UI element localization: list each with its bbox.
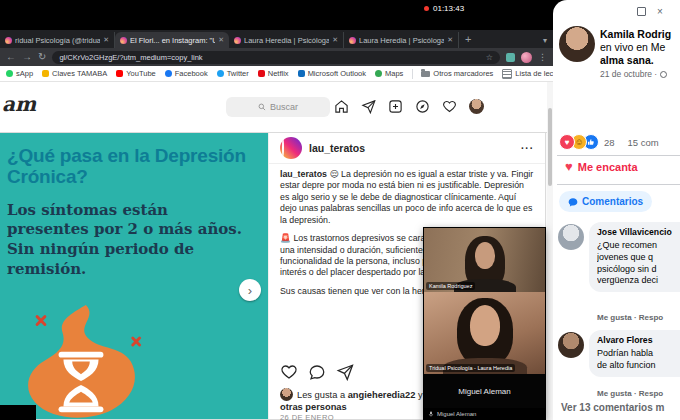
comments-tab-button[interactable]: Comentarios	[559, 191, 652, 212]
reaction-count[interactable]: 28	[604, 137, 615, 148]
hourglass-illustration	[6, 301, 156, 419]
window-restore-icon[interactable]	[637, 7, 646, 16]
youtube-favicon-icon	[116, 70, 123, 77]
commenter-avatar[interactable]	[558, 332, 584, 358]
instagram-favicon-icon	[234, 37, 241, 44]
close-tab-icon[interactable]: ✕	[103, 36, 109, 44]
poster-avatar[interactable]	[280, 137, 302, 159]
new-post-icon[interactable]	[388, 99, 403, 114]
browser-tab-strip: ridual Psicología (@tridual ✕ El Flori..…	[0, 30, 553, 48]
post-image-slide[interactable]: ¿Qué pasa en la Depresión Crónica? Los s…	[0, 133, 268, 419]
video-call-window[interactable]: Kamila Rodriguez Tridual Psicología - La…	[424, 228, 545, 420]
instagram-favicon-icon	[5, 37, 12, 44]
comment-icon[interactable]	[308, 363, 326, 385]
forward-icon[interactable]: →	[22, 52, 32, 62]
participant-name-label: Kamila Rodriguez	[426, 282, 475, 290]
poster-username[interactable]: lau_teratos	[309, 142, 365, 154]
profile-avatar[interactable]	[469, 99, 484, 114]
live-page-name[interactable]: alma sana.	[600, 54, 654, 66]
search-input[interactable]: Buscar	[226, 97, 330, 117]
bookmark-twitter[interactable]: Twitter	[217, 69, 249, 78]
comment-count[interactable]: 15 com	[628, 137, 659, 148]
like-heart-icon[interactable]	[280, 363, 298, 385]
video-feed-kamila[interactable]: Kamila Rodriguez	[424, 228, 545, 292]
bookmark-outlook[interactable]: Microsoft Outlook	[298, 69, 366, 78]
browser-tab-2-active[interactable]: El Flori... en Instagram: "Un ✕	[115, 32, 229, 48]
public-globe-icon	[660, 71, 667, 78]
home-icon[interactable]	[334, 99, 349, 114]
instagram-favicon-icon	[349, 37, 356, 44]
browser-menu-kebab-icon[interactable]: ⋮	[538, 52, 547, 62]
bookmark-maps[interactable]: Maps	[375, 69, 403, 78]
browser-tab-1[interactable]: ridual Psicología (@tridual ✕	[0, 32, 115, 48]
video-feed-camera-off[interactable]: Miguel Aleman	[424, 374, 545, 408]
liker-username[interactable]: angieheredia22	[348, 390, 416, 400]
liker-avatar[interactable]	[280, 388, 293, 401]
activity-heart-icon[interactable]	[442, 99, 457, 114]
see-more-comments-link[interactable]: Ver 13 comentarios m	[561, 402, 664, 413]
browser-address-bar: ← → ↻ gl/CKrVo2GHzgE/?utm_medium=copy_li…	[0, 48, 553, 66]
mic-icon[interactable]	[428, 411, 434, 417]
twitter-favicon-icon	[217, 70, 224, 77]
caption-username[interactable]: lau_teratos	[280, 169, 327, 179]
messenger-icon[interactable]	[361, 99, 376, 114]
search-icon	[258, 103, 266, 111]
participant-name-label: Miguel Aleman	[458, 387, 510, 396]
likes-line: Les gusta a angieheredia22 y otras perso…	[280, 388, 440, 413]
close-tab-icon[interactable]: ✕	[447, 36, 453, 44]
love-action-button[interactable]: ♥ Me encanta	[565, 161, 638, 173]
bookmark-youtube[interactable]: YouTube	[116, 69, 155, 78]
comment-bubble[interactable]: Alvaro Flores Podrían habla de alto func…	[589, 330, 680, 377]
url-text: gl/CKrVo2GHzgE/?utm_medium=copy_link	[59, 53, 481, 62]
reading-list-icon	[502, 69, 512, 79]
commenter-name[interactable]: Jose Villavicencio	[597, 227, 680, 239]
commenter-name[interactable]: Alvaro Flores	[597, 335, 680, 347]
close-tab-icon[interactable]: ✕	[332, 36, 338, 44]
bookmark-netflix[interactable]: Netflix	[258, 69, 289, 78]
bookmark-star-icon[interactable]: ☆	[486, 53, 493, 62]
comment-actions[interactable]: Me gusta · Respo	[597, 389, 663, 398]
tab-search-chevron-icon[interactable]: ▾	[543, 36, 547, 45]
new-tab-button[interactable]: +	[465, 32, 471, 46]
reload-icon[interactable]: ↻	[38, 52, 46, 62]
tab-title: Laura Heredia | Psicóloga en	[244, 36, 329, 45]
post-timestamp: 26 DE ENERO	[280, 413, 334, 420]
live-host-avatar[interactable]	[559, 26, 595, 62]
bookmark-claves-tamaba[interactable]: Claves TAMABA	[42, 69, 107, 78]
bookmark-facebook[interactable]: Facebook	[165, 69, 208, 78]
extensions-icon[interactable]	[506, 53, 515, 62]
instagram-logo[interactable]: am	[2, 92, 36, 116]
recording-time-text: 01:13:43	[433, 4, 464, 13]
recording-dot-icon	[424, 6, 429, 11]
facebook-panel: × Kamila Rodrig en vivo en Me alma sana.…	[553, 0, 680, 420]
tab-title: Laura Heredia | Psicóloga en	[359, 36, 444, 45]
browser-profile-avatar[interactable]	[521, 52, 532, 63]
more-options-icon[interactable]: ···	[521, 143, 534, 154]
facebook-favicon-icon	[165, 70, 172, 77]
close-tab-icon[interactable]: ✕	[218, 36, 224, 44]
bookmark-whatsapp[interactable]: sApp	[6, 69, 33, 78]
share-icon[interactable]	[336, 363, 354, 385]
live-host-name[interactable]: Kamila Rodrig	[600, 28, 671, 40]
commenter-avatar[interactable]	[558, 224, 584, 250]
carousel-next-button[interactable]: ›	[239, 279, 261, 301]
reactions-summary[interactable]: ♥ ☺ 28 15 com	[559, 134, 680, 150]
browser-tab-4[interactable]: Laura Heredia | Psicóloga en ✕	[344, 32, 459, 48]
comment-actions[interactable]: Me gusta · Respo	[597, 313, 663, 322]
instagram-nav-icons	[334, 99, 484, 114]
other-likers[interactable]: otras personas	[280, 402, 347, 412]
back-icon[interactable]: ←	[6, 52, 16, 62]
divider	[557, 155, 680, 156]
omnibox[interactable]: gl/CKrVo2GHzgE/?utm_medium=copy_link ☆	[52, 51, 500, 64]
video-feed-laura[interactable]: Tridual Psicología - Laura Heredia	[424, 292, 545, 374]
browser-tab-3[interactable]: Laura Heredia | Psicóloga en ✕	[229, 32, 344, 48]
other-bookmarks-button[interactable]: Otros marcadores	[421, 69, 493, 78]
scrollbar-thumb[interactable]	[548, 108, 552, 186]
participant-name-label: Tridual Psicología - Laura Heredia	[426, 364, 515, 372]
panel-window-controls: ×	[637, 7, 663, 16]
window-close-icon[interactable]: ×	[657, 8, 663, 16]
explore-icon[interactable]	[415, 99, 430, 114]
slide-title: ¿Qué pasa en la Depresión Crónica?	[7, 145, 258, 188]
love-reaction-icon: ♥	[559, 134, 575, 150]
comment-bubble[interactable]: Jose Villavicencio ¿Que recomen jovenes …	[589, 222, 680, 292]
